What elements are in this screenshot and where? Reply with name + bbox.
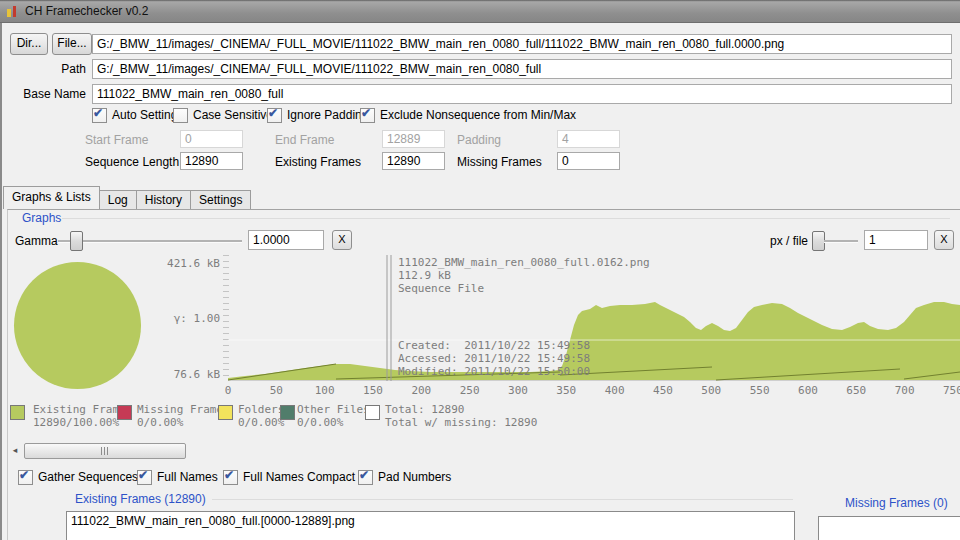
title-bar[interactable]: CH Framechecker v0.2 [0, 0, 960, 23]
px-clear-button[interactable]: X [934, 230, 954, 250]
x-tick-label: 200 [411, 384, 431, 397]
file-button[interactable]: File... [52, 33, 92, 55]
end-frame-label: End Frame [275, 133, 334, 147]
check-icon: ✔ [268, 106, 278, 120]
check-icon: ✔ [19, 468, 29, 482]
checkbox-box[interactable]: ✔ [137, 470, 152, 485]
x-tick-label: 700 [895, 384, 915, 397]
padding-input: 4 [557, 130, 620, 148]
x-tick-label: 0 [225, 384, 232, 397]
tab-log[interactable]: Log [99, 190, 137, 209]
missing-frames-list[interactable] [818, 516, 960, 540]
scrollbar-left-arrow[interactable]: ◂ [8, 443, 22, 458]
base-name-input[interactable]: 111022_BMW_main_ren_0080_full [92, 84, 952, 104]
checkbox-auto-settings[interactable]: ✔ Auto Settings [92, 108, 183, 122]
checkbox-gather-sequences[interactable]: ✔ Gather Sequences [18, 470, 138, 484]
gamma-clear-button[interactable]: X [332, 230, 352, 250]
gamma-slider-handle[interactable] [70, 231, 83, 251]
start-frame-label: Start Frame [85, 133, 148, 147]
checkbox-label: Pad Numbers [378, 470, 451, 484]
checkbox-label: Gather Sequences [38, 470, 138, 484]
check-icon: ✔ [93, 106, 103, 120]
bar-chart-icon [5, 4, 19, 18]
legend-value-missing: 0/0.00% [137, 416, 183, 429]
checkbox-box[interactable]: ✔ [358, 470, 373, 485]
path-label: Path [20, 62, 86, 76]
tooltip-filetype: Sequence File [398, 282, 484, 295]
file-path-input[interactable]: G:/_BMW_11/images/_CINEMA/_FULL_MOVIE/11… [92, 34, 952, 54]
path-input[interactable]: G:/_BMW_11/images/_CINEMA/_FULL_MOVIE/11… [92, 59, 952, 79]
checkbox-label: Full Names [157, 470, 218, 484]
tab-graphs-lists[interactable]: Graphs & Lists [3, 186, 100, 209]
checkbox-case-sensitive[interactable]: Case Sensitive [173, 108, 273, 122]
x-tick-label: 600 [798, 384, 818, 397]
size-graph[interactable] [228, 255, 960, 381]
checkbox-box[interactable]: ✔ [92, 108, 107, 123]
checkbox-box[interactable] [173, 108, 188, 123]
list-item[interactable]: 111022_BMW_main_ren_0080_full.[0000-1288… [67, 512, 794, 530]
grip-icon [101, 447, 110, 455]
start-frame-input: 0 [180, 130, 243, 148]
x-tick-label: 300 [508, 384, 528, 397]
gamma-value-input[interactable]: 1.0000 [248, 230, 324, 250]
gamma-slider-track[interactable] [58, 240, 242, 242]
legend-value-folders: 0/0.00% [238, 416, 284, 429]
tooltip-filesize: 112.9 kB [398, 269, 451, 282]
graphs-group-rule [62, 218, 950, 219]
graphs-group-title: Graphs [22, 211, 61, 225]
x-tick-label: 250 [460, 384, 480, 397]
sequence-length-label: Sequence Length [85, 155, 179, 169]
window-title: CH Framechecker v0.2 [25, 4, 148, 18]
existing-frames-input[interactable]: 12890 [382, 152, 445, 170]
tooltip-modified: Modified: 2011/10/22 15:50:00 [398, 365, 590, 378]
checkbox-box[interactable]: ✔ [360, 108, 375, 123]
x-tick-label: 750 [943, 384, 960, 397]
checkbox-full-names-compact[interactable]: ✔ Full Names Compact [223, 470, 355, 484]
dir-button[interactable]: Dir... [10, 33, 48, 55]
legend-swatch-other-files [280, 405, 295, 420]
base-name-label: Base Name [20, 87, 86, 101]
missing-frames-list-title: Missing Frames (0) [845, 496, 948, 510]
legend-label-total: Total: 12890 [385, 403, 464, 416]
x-tick-label: 650 [846, 384, 866, 397]
legend-swatch-total [365, 405, 380, 420]
tab-history[interactable]: History [136, 190, 191, 209]
padding-label: Padding [457, 133, 501, 147]
tooltip-accessed: Accessed: 2011/10/22 15:49:58 [398, 352, 590, 365]
pie-chart [14, 262, 141, 389]
x-tick-label: 500 [701, 384, 721, 397]
checkbox-exclude-nonsequence[interactable]: ✔ Exclude Nonsequence from Min/Max [360, 108, 576, 122]
checkbox-pad-numbers[interactable]: ✔ Pad Numbers [358, 470, 451, 484]
size-graph-svg [228, 255, 960, 381]
checkbox-full-names[interactable]: ✔ Full Names [137, 470, 218, 484]
existing-frames-list-title: Existing Frames (12890) [75, 492, 206, 506]
app-window: CH Framechecker v0.2 Dir... File... G:/_… [0, 0, 960, 540]
x-tick-label: 100 [315, 384, 335, 397]
tab-settings[interactable]: Settings [190, 190, 251, 209]
check-icon: ✔ [359, 468, 369, 482]
missing-frames-input[interactable]: 0 [557, 152, 620, 170]
px-per-file-input[interactable]: 1 [864, 230, 928, 250]
gamma-axis-label: γ: 1.00 [158, 312, 220, 325]
missing-frames-label: Missing Frames [457, 155, 542, 169]
checkbox-ignore-padding[interactable]: ✔ Ignore Padding [267, 108, 368, 122]
checkbox-label: Full Names Compact [243, 470, 355, 484]
x-axis-ticks: 0501001502002503003504004505005506006507… [228, 384, 960, 397]
existing-frames-list[interactable]: 111022_BMW_main_ren_0080_full.[0000-1288… [66, 511, 795, 540]
legend-value-total: Total w/ missing: 12890 [385, 416, 537, 429]
checkbox-box[interactable]: ✔ [223, 470, 238, 485]
legend-label-other-files: Other Files [297, 403, 370, 416]
legend-swatch-missing [117, 405, 132, 420]
checkbox-box[interactable]: ✔ [267, 108, 282, 123]
sequence-length-input[interactable]: 12890 [180, 152, 243, 170]
checkbox-label: Case Sensitive [193, 108, 273, 122]
scrollbar-thumb[interactable] [24, 443, 186, 459]
end-frame-input: 12889 [382, 130, 445, 148]
tooltip-created: Created: 2011/10/22 15:49:58 [398, 339, 590, 352]
checkbox-box[interactable]: ✔ [18, 470, 33, 485]
px-slider-track[interactable] [824, 240, 858, 242]
tooltip-filename: 111022_BMW_main_ren_0080_full.0162.png [398, 256, 650, 269]
px-per-file-label: px / file [740, 234, 808, 248]
check-icon: ✔ [361, 106, 371, 120]
x-tick-label: 450 [653, 384, 673, 397]
